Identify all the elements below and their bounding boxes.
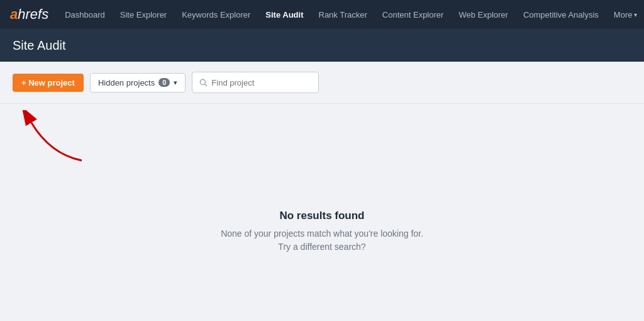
logo-a: a: [10, 6, 18, 23]
hidden-projects-count: 0: [158, 78, 170, 87]
page-title: Site Audit: [13, 38, 66, 53]
svg-point-0: [201, 79, 206, 84]
hidden-projects-label: Hidden projects: [98, 78, 155, 87]
toolbar: + New project Hidden projects 0 ▾: [0, 62, 644, 104]
logo-hefs: hrefs: [18, 6, 48, 23]
nav-more[interactable]: More ▾: [608, 0, 644, 29]
search-icon: [199, 78, 208, 87]
top-navbar: ahrefs Dashboard Site Explorer Keywords …: [0, 0, 644, 29]
nav-web-explorer[interactable]: Web Explorer: [452, 0, 514, 29]
no-results-container: No results found None of your projects m…: [221, 210, 423, 254]
nav-site-audit[interactable]: Site Audit: [259, 0, 309, 29]
nav-dashboard[interactable]: Dashboard: [58, 0, 111, 29]
annotation-arrow: [13, 110, 94, 169]
logo[interactable]: ahrefs: [10, 6, 48, 23]
no-results-title: No results found: [221, 210, 423, 222]
new-project-button[interactable]: + New project: [13, 74, 84, 92]
main-content: No results found None of your projects m…: [0, 104, 644, 321]
nav-competitive-analysis[interactable]: Competitive Analysis: [517, 0, 605, 29]
nav-site-explorer[interactable]: Site Explorer: [114, 0, 173, 29]
chevron-down-icon: ▾: [634, 11, 637, 18]
nav-content-explorer[interactable]: Content Explorer: [376, 0, 450, 29]
page-title-bar: Site Audit: [0, 29, 644, 62]
no-results-subtitle: None of your projects match what you're …: [221, 227, 423, 254]
chevron-down-icon: ▾: [174, 79, 177, 87]
search-input[interactable]: [211, 78, 312, 87]
search-box[interactable]: [192, 72, 319, 93]
nav-keywords-explorer[interactable]: Keywords Explorer: [175, 0, 257, 29]
nav-rank-tracker[interactable]: Rank Tracker: [313, 0, 374, 29]
svg-line-1: [205, 84, 207, 86]
hidden-projects-button[interactable]: Hidden projects 0 ▾: [90, 73, 186, 93]
